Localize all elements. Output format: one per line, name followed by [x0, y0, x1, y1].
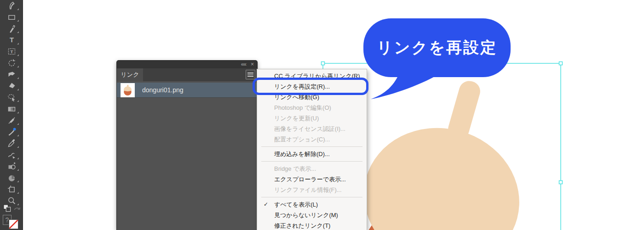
menu-separator: [261, 161, 362, 162]
links-panel-titlebar[interactable]: «« ×: [117, 61, 257, 68]
menu-item[interactable]: リンクへ移動(G): [257, 92, 367, 102]
acorn-stem: [446, 79, 483, 142]
checkmark-icon: ✓: [264, 199, 268, 210]
callout-text: リンクを再設定: [363, 18, 511, 77]
illustrator-workspace: TT? «« × リンク donguri01.png CC ライブラリから再リン…: [0, 0, 644, 230]
eyedropper-icon: [7, 139, 17, 148]
panel-flyout-menu-icon[interactable]: [246, 70, 255, 79]
collapse-panel-icon[interactable]: ««: [241, 61, 246, 68]
selection-handle[interactable]: [322, 62, 325, 65]
selection-handle[interactable]: [559, 62, 563, 65]
menu-item[interactable]: 修正されたリンク(T): [257, 220, 367, 230]
tool-artboard[interactable]: [0, 184, 23, 195]
tool-eraser[interactable]: [0, 80, 23, 92]
rotate-icon: [7, 58, 17, 68]
links-panel-tabrow: リンク: [117, 68, 257, 81]
callout-bubble-shape: [354, 14, 524, 106]
menu-item-label: すべてを表示(L): [274, 201, 318, 208]
shear-icon: [7, 70, 17, 79]
tool-graph[interactable]: [0, 172, 23, 184]
links-list: donguri01.png: [117, 81, 257, 230]
menu-item[interactable]: 埋め込みを解除(D)...: [257, 149, 367, 159]
tool-curvature-pen[interactable]: [0, 0, 23, 11]
graph-icon: [7, 173, 17, 183]
acorn-cap: [348, 111, 535, 230]
tool-rectangle[interactable]: [0, 11, 23, 23]
tool-width[interactable]: [0, 115, 23, 126]
width-icon: [7, 116, 17, 125]
tool-touch-type[interactable]: T: [0, 46, 23, 57]
tool-paintbrush[interactable]: [0, 23, 23, 34]
type-icon: T: [7, 35, 17, 45]
tab-links[interactable]: リンク: [117, 68, 143, 81]
svg-text:T: T: [9, 36, 13, 44]
menu-item-label: Photoshop で編集(O): [274, 104, 331, 111]
acorn-thumbnail: [121, 83, 135, 97]
menu-item-label: リンクを更新(U): [274, 115, 319, 122]
close-panel-icon[interactable]: ×: [251, 61, 254, 68]
touch-type-icon: T: [7, 47, 17, 56]
menu-item: リンクファイル情報(F)...: [257, 185, 367, 195]
menu-item-label: 修正されたリンク(T): [274, 222, 330, 229]
selection-handle[interactable]: [440, 62, 443, 65]
tool-rotate[interactable]: [0, 57, 23, 69]
knife-icon: [7, 127, 17, 137]
tool-symbol-sprayer[interactable]: [0, 149, 23, 161]
menu-item: Bridge で表示...: [257, 163, 367, 174]
tools-panel: TT?: [0, 0, 23, 230]
undo-arrow-icon[interactable]: [13, 205, 21, 214]
tool-shear[interactable]: [0, 69, 23, 80]
shape-builder-icon: [7, 162, 17, 171]
callout-bubble: リンクを再設定: [354, 14, 524, 106]
menu-item-label: 配置オプション(C)...: [274, 136, 330, 143]
tool-gradient[interactable]: [0, 103, 23, 115]
link-list-item[interactable]: donguri01.png: [117, 83, 257, 98]
menu-item: 配置オプション(C)...: [257, 134, 367, 145]
none-swatch-icon[interactable]: [8, 219, 19, 230]
tool-lasso[interactable]: [0, 92, 23, 103]
lasso-icon: [7, 93, 17, 102]
menu-separator: [261, 197, 362, 197]
curvature-pen-icon: [7, 1, 17, 11]
svg-text:T: T: [10, 49, 13, 54]
menu-item[interactable]: 見つからないリンク(M): [257, 210, 367, 220]
selection-handle[interactable]: [559, 181, 563, 184]
links-flyout-menu: CC ライブラリから再リンク(R)リンクを再設定(R)...リンクへ移動(G)P…: [257, 69, 367, 230]
menu-item-label: リンクファイル情報(F)...: [274, 186, 342, 193]
tool-type[interactable]: T: [0, 34, 23, 46]
menu-item: リンクを更新(U): [257, 113, 367, 123]
menu-item-label: リンクを再設定(R)...: [274, 83, 330, 90]
tool-knife[interactable]: [0, 126, 23, 138]
menu-separator: [261, 146, 362, 147]
menu-item-label: リンクへ移動(G): [274, 94, 319, 101]
menu-item-label: 埋め込みを解除(D)...: [274, 151, 330, 157]
swap-squares-icon[interactable]: [3, 204, 12, 215]
paintbrush-icon: [7, 24, 17, 34]
symbol-sprayer-icon: [7, 150, 17, 160]
eraser-icon: [7, 81, 17, 91]
rectangle-icon: [7, 12, 17, 22]
menu-item-label: 画像をライセンス認証(I)...: [274, 125, 345, 132]
menu-item[interactable]: CC ライブラリから再リンク(R): [257, 71, 367, 81]
artboard-icon: [7, 185, 17, 194]
menu-item[interactable]: ✓すべてを表示(L): [257, 199, 367, 210]
link-filename: donguri01.png: [142, 86, 184, 94]
menu-item[interactable]: エクスプローラーで表示...: [257, 174, 367, 185]
menu-item: Photoshop で編集(O): [257, 102, 367, 113]
tool-eyedropper[interactable]: [0, 138, 23, 149]
menu-item-label: CC ライブラリから再リンク(R): [274, 73, 360, 79]
tool-shape-builder[interactable]: [0, 161, 23, 172]
menu-item[interactable]: リンクを再設定(R)...: [257, 81, 367, 92]
menu-item-label: Bridge で表示...: [274, 165, 316, 172]
menu-item: 画像をライセンス認証(I)...: [257, 123, 367, 134]
menu-item-label: エクスプローラーで表示...: [274, 176, 346, 183]
links-panel: «« × リンク donguri01.png: [116, 60, 258, 230]
menu-item-label: 見つからないリンク(M): [274, 212, 338, 219]
gradient-icon: [7, 104, 17, 114]
